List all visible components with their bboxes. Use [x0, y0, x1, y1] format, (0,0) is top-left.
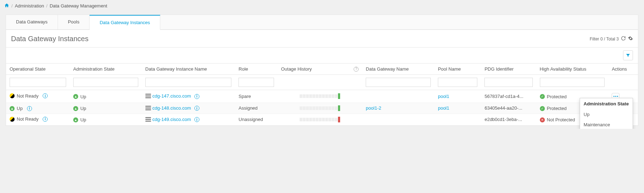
- check-icon: ✓: [540, 106, 545, 111]
- tab-bar: Data Gateways Pools Data Gateway Instanc…: [6, 15, 638, 30]
- table-row[interactable]: ▲Upi▲Upcdg-148.cisco.com iAssignedpool1-…: [6, 103, 638, 114]
- tab-label: Data Gateways: [16, 19, 48, 24]
- outage-history-bar: [300, 93, 340, 99]
- col-instance-name[interactable]: Data Gateway Instance Name: [142, 64, 235, 75]
- table-row[interactable]: Not Readyi▲Upcdg-147.cisco.com iSparepoo…: [6, 90, 638, 103]
- section-tools: Filter 0 / Total 3: [590, 36, 633, 42]
- pdg-identifier-value: 567837af-cd1a-4...: [484, 94, 523, 99]
- role-value: Assigned: [238, 105, 257, 111]
- op-state-label: Up: [17, 106, 23, 111]
- section-title: Data Gateway Instances: [11, 35, 88, 43]
- info-icon[interactable]: i: [194, 117, 199, 122]
- filter-pool-name[interactable]: [438, 78, 477, 87]
- not-ready-icon: [10, 93, 15, 98]
- ha-status-label: Protected: [547, 94, 567, 99]
- breadcrumb: / Administration / Data Gateway Manageme…: [0, 0, 644, 12]
- col-operational-state[interactable]: Operational State: [6, 64, 70, 75]
- filter-instance-name[interactable]: [145, 78, 232, 87]
- server-icon: [145, 117, 151, 122]
- dropdown-header: Administration State: [580, 98, 633, 109]
- instance-name-link[interactable]: cdg-149.cisco.com: [152, 117, 191, 122]
- tab-label: Pools: [68, 19, 80, 24]
- breadcrumb-separator: /: [46, 3, 48, 9]
- col-gateway-name[interactable]: Data Gateway Name: [362, 64, 434, 75]
- filter-operational-state[interactable]: [10, 78, 66, 87]
- op-state-label: Not Ready: [17, 116, 38, 122]
- filter-administration-state[interactable]: [73, 78, 138, 87]
- col-ha-status[interactable]: High Availability Status: [536, 64, 608, 75]
- error-icon: ✕: [540, 117, 545, 122]
- outage-history-bar: [300, 105, 340, 111]
- server-icon: [145, 106, 151, 111]
- gateway-name-link[interactable]: pool1-2: [366, 105, 381, 111]
- info-icon[interactable]: i: [194, 106, 199, 111]
- table-row[interactable]: Not Readyi▲Upcdg-149.cisco.com iUnassign…: [6, 114, 638, 126]
- gear-icon[interactable]: [628, 36, 633, 42]
- check-icon: ✓: [540, 94, 545, 99]
- actions-dropdown: Administration State Up Maintenance Mana…: [580, 98, 633, 129]
- not-ready-icon: [10, 117, 15, 122]
- info-icon[interactable]: i: [43, 93, 48, 98]
- filter-bar: [6, 48, 638, 63]
- pdg-identifier-value: e2db0cd1-3eba-...: [484, 117, 522, 122]
- info-icon[interactable]: i: [194, 94, 199, 99]
- up-arrow-icon: ▲: [73, 106, 78, 111]
- instance-name-link[interactable]: cdg-147.cisco.com: [152, 93, 191, 99]
- col-role[interactable]: Role: [235, 64, 277, 75]
- main-panel: Data Gateways Pools Data Gateway Instanc…: [6, 15, 638, 126]
- role-value: Spare: [238, 94, 251, 99]
- outage-history-bar: [300, 117, 340, 122]
- section-header: Data Gateway Instances Filter 0 / Total …: [6, 30, 638, 48]
- tab-pools[interactable]: Pools: [58, 15, 90, 29]
- up-arrow-icon: ▲: [73, 94, 78, 99]
- filter-role[interactable]: [238, 78, 274, 87]
- breadcrumb-separator: /: [11, 3, 13, 9]
- filter-ha-status[interactable]: [540, 78, 605, 87]
- pool-name-link[interactable]: pool1: [438, 105, 449, 111]
- up-arrow-icon: ▲: [73, 117, 78, 122]
- table-header-row: Operational State Administration State D…: [6, 64, 638, 75]
- admin-state-label: Up: [80, 117, 86, 122]
- table-filter-row: [6, 75, 638, 90]
- pool-name-link[interactable]: pool1: [438, 94, 449, 99]
- data-table: Operational State Administration State D…: [6, 63, 638, 126]
- server-icon: [145, 94, 151, 99]
- filter-pdg-identifier[interactable]: [484, 78, 532, 87]
- pdg-identifier-value: 63405e44-aa20-...: [484, 105, 522, 111]
- tab-data-gateways[interactable]: Data Gateways: [6, 15, 58, 29]
- tab-data-gateway-instances[interactable]: Data Gateway Instances: [90, 15, 160, 30]
- breadcrumb-item[interactable]: Administration: [15, 3, 44, 9]
- dropdown-item-up[interactable]: Up: [580, 109, 633, 120]
- filter-toggle-button[interactable]: [623, 50, 633, 60]
- ha-status-label: Protected: [547, 106, 567, 111]
- admin-state-label: Up: [80, 106, 86, 111]
- dropdown-item-maintenance[interactable]: Maintenance: [580, 120, 633, 129]
- home-icon[interactable]: [4, 3, 9, 9]
- tab-label: Data Gateway Instances: [100, 20, 150, 25]
- filter-gateway-name[interactable]: [366, 78, 431, 87]
- col-outage-history[interactable]: Outage History ?: [278, 64, 363, 75]
- info-icon[interactable]: i: [27, 106, 32, 111]
- instance-name-link[interactable]: cdg-148.cisco.com: [152, 105, 191, 111]
- refresh-icon[interactable]: [621, 36, 626, 42]
- info-icon[interactable]: i: [43, 117, 48, 122]
- breadcrumb-item[interactable]: Data Gateway Management: [50, 3, 107, 9]
- admin-state-label: Up: [80, 94, 86, 99]
- help-icon[interactable]: ?: [354, 67, 359, 72]
- op-state-label: Not Ready: [17, 93, 38, 99]
- col-actions[interactable]: Actions: [608, 64, 638, 75]
- col-pool-name[interactable]: Pool Name: [434, 64, 481, 75]
- role-value: Unassigned: [238, 117, 263, 122]
- ha-status-label: Not Protected: [547, 117, 575, 122]
- filter-summary: Filter 0 / Total 3: [590, 37, 619, 42]
- up-arrow-icon: ▲: [10, 106, 15, 111]
- col-label: Outage History: [281, 66, 312, 72]
- col-administration-state[interactable]: Administration State: [70, 64, 142, 75]
- col-pdg-identifier[interactable]: PDG Identifier: [481, 64, 536, 75]
